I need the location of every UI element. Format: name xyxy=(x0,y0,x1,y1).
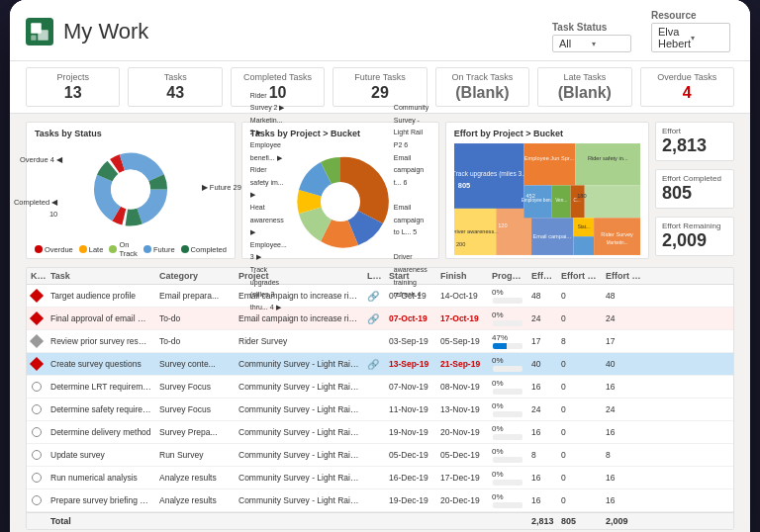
charts-area: Tasks by Status Overdue 4 ◀ Completed ◀ … xyxy=(10,114,750,267)
resource-caret-icon: ▾ xyxy=(691,34,723,43)
row-finish: 21-Sep-19 xyxy=(436,356,488,372)
svg-text:180: 180 xyxy=(577,193,586,199)
row-effort: 8 xyxy=(527,447,557,463)
col-header-link: Link xyxy=(363,268,385,284)
row-effort-remaining: 48 xyxy=(602,288,646,304)
row-effort: 24 xyxy=(527,310,557,326)
row-category: Survey Focus xyxy=(155,379,235,395)
stat-projects: Projects 13 xyxy=(26,67,120,107)
svg-text:120: 120 xyxy=(498,222,507,228)
svg-rect-24 xyxy=(585,185,640,218)
resource-filter: Resource Elva Hebert ▾ xyxy=(651,10,730,52)
row-link: 🔗 xyxy=(363,288,385,305)
row-progress: 0% xyxy=(488,308,527,329)
col-header-kpi: KPI xyxy=(27,268,47,284)
row-category: Survey Prepa... xyxy=(155,424,235,440)
legend-future: Future xyxy=(143,240,175,258)
tasks-table: KPI Task Category Project Link Start Fin… xyxy=(26,267,734,530)
row-effort-completed: 8 xyxy=(557,333,602,349)
row-effort-completed: 0 xyxy=(557,470,602,486)
row-effort: 16 xyxy=(527,492,557,508)
link-icon[interactable]: 🔗 xyxy=(367,359,379,370)
row-finish: 05-Sep-19 xyxy=(436,333,488,349)
row-kpi xyxy=(27,356,47,372)
bucket-label-4: Rider safety im... ▶ xyxy=(250,164,287,202)
table-row: Review prior survey results To-do Rider … xyxy=(27,330,733,353)
row-effort: 16 xyxy=(527,470,557,486)
bucket-label-6: Employee... 3 ▶ xyxy=(250,239,287,264)
task-status-select[interactable]: All ▾ xyxy=(552,35,631,52)
svg-text:200: 200 xyxy=(456,241,465,247)
bucket-label-5: Heat awareness ▶ xyxy=(250,202,287,239)
row-link xyxy=(363,384,385,390)
donut-label-completed-val: 10 xyxy=(14,209,57,221)
legend-overdue-label: Overdue xyxy=(45,245,73,254)
resource-select[interactable]: Elva Hebert ▾ xyxy=(651,23,730,52)
legend-future-dot xyxy=(143,245,151,253)
link-icon[interactable]: 🔗 xyxy=(367,291,379,302)
legend-overdue-dot xyxy=(35,245,43,253)
svg-text:Stat...: Stat... xyxy=(577,224,589,229)
legend-late-dot xyxy=(79,245,87,253)
legend-ontrack-dot xyxy=(109,245,117,253)
svg-rect-29 xyxy=(573,236,594,255)
row-category: To-do xyxy=(155,333,235,349)
svg-rect-2 xyxy=(38,30,48,41)
row-kpi xyxy=(27,492,47,508)
metric-effort-completed: Effort Completed 805 xyxy=(655,169,734,209)
metric-effort-remaining-value: 2,009 xyxy=(662,230,727,251)
legend-late: Late xyxy=(79,240,104,258)
row-effort-remaining: 8 xyxy=(602,447,646,463)
link-icon[interactable]: 🔗 xyxy=(367,313,379,324)
kpi-circle-icon xyxy=(32,450,42,460)
svg-text:Rider safety in...: Rider safety in... xyxy=(588,155,628,161)
donut-chart xyxy=(71,142,190,236)
svg-text:Ven...: Ven... xyxy=(555,198,567,203)
row-link xyxy=(363,475,385,481)
kpi-circle-icon xyxy=(32,382,42,392)
row-effort: 40 xyxy=(527,356,557,372)
metric-effort-completed-value: 805 xyxy=(662,183,727,204)
table-row: Target audience profile Email prepara...… xyxy=(27,285,733,308)
row-category: Run Survey xyxy=(155,447,235,463)
bucket-label-right-2: Email campaign t... 6 xyxy=(394,152,430,190)
table-header: KPI Task Category Project Link Start Fin… xyxy=(27,268,733,285)
kpi-diamond-icon xyxy=(30,334,44,348)
stat-overdue: Overdue Tasks 4 xyxy=(640,67,734,107)
table-row: Prepare survey briefing deck Analyze res… xyxy=(27,489,733,512)
chart-status-title: Tasks by Status xyxy=(35,129,227,138)
svg-rect-11 xyxy=(523,143,575,185)
row-kpi xyxy=(27,424,47,440)
bucket-label-right-3: Email campaign to L... 5 xyxy=(394,202,430,239)
metric-effort-label: Effort xyxy=(662,127,727,135)
svg-text:Employee ben...: Employee ben... xyxy=(522,198,555,203)
stat-future-label: Future Tasks xyxy=(339,72,420,82)
row-effort-remaining: 24 xyxy=(602,401,646,417)
row-category: To-do xyxy=(155,310,235,326)
row-start: 07-Oct-19 xyxy=(385,310,436,326)
row-effort-completed: 0 xyxy=(557,492,602,508)
stat-ontrack: On Track Tasks (Blank) xyxy=(435,67,529,107)
svg-text:C...: C... xyxy=(573,198,580,203)
bucket-label-1: Rider Survey 2 ▶ xyxy=(250,90,287,115)
row-effort: 24 xyxy=(527,401,557,417)
col-header-category: Category xyxy=(155,268,235,284)
total-label: Total xyxy=(50,516,159,526)
row-kpi xyxy=(27,401,47,417)
kpi-circle-icon xyxy=(32,404,42,414)
row-progress: 0% xyxy=(488,489,527,511)
svg-text:Track upgrades (miles 3...: Track upgrades (miles 3... xyxy=(454,170,527,178)
legend-overdue: Overdue xyxy=(35,240,73,258)
row-task: Run numerical analysis xyxy=(47,470,155,486)
table-row: Update survey Run Survey Community Surve… xyxy=(27,444,733,467)
bucket-label-right-1: Community Survey - Light Rail P2 6 xyxy=(394,102,430,151)
row-kpi xyxy=(27,470,47,486)
row-progress: 0% xyxy=(488,444,527,466)
row-start: 11-Nov-19 xyxy=(385,401,436,417)
legend-ontrack: On Track xyxy=(109,240,137,258)
total-effort-completed: 805 xyxy=(561,516,606,526)
row-task: Determine safety requirements xyxy=(47,401,155,417)
row-effort-remaining: 16 xyxy=(602,424,646,440)
row-effort: 17 xyxy=(527,333,557,349)
col-header-task: Task xyxy=(47,268,155,284)
